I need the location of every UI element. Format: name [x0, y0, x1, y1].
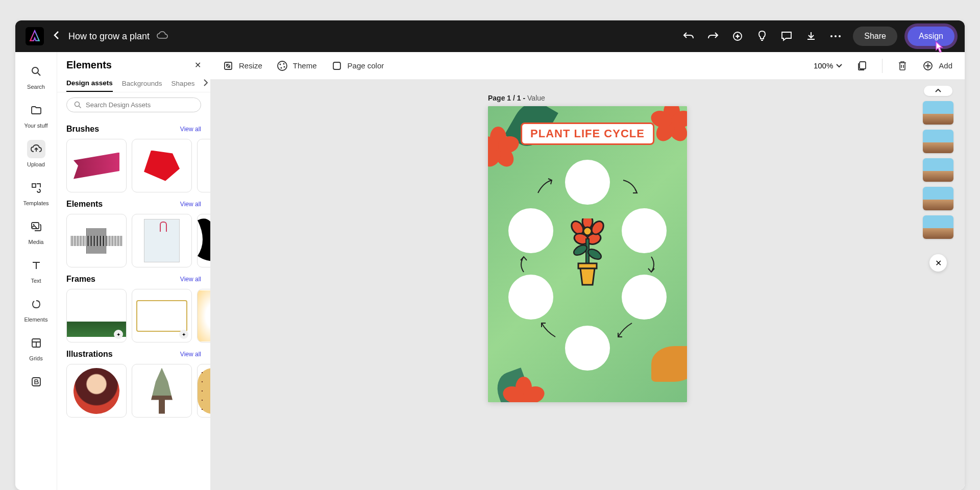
rail-brands[interactable]	[15, 372, 57, 392]
redo-button[interactable]	[706, 29, 720, 43]
svg-rect-5	[32, 184, 36, 187]
rail-text[interactable]: Text	[15, 255, 57, 285]
element-thumb[interactable]	[197, 214, 210, 267]
svg-point-7	[33, 224, 34, 226]
svg-point-26	[583, 227, 592, 235]
svg-point-2	[835, 35, 837, 37]
flower-pot-illustration[interactable]	[567, 218, 608, 290]
zoom-dropdown[interactable]: 100%	[814, 61, 842, 70]
theme-button[interactable]: Theme	[277, 60, 317, 71]
svg-point-14	[283, 63, 284, 64]
page-thumbnail[interactable]	[923, 101, 953, 125]
svg-point-1	[830, 35, 832, 37]
svg-rect-6	[32, 223, 39, 229]
hint-icon[interactable]	[755, 29, 769, 43]
page-thumbnail[interactable]	[923, 158, 953, 182]
search-design-assets[interactable]	[66, 97, 201, 112]
topbar-actions: Share Assign	[681, 27, 954, 46]
rail-templates[interactable]: Templates	[15, 178, 57, 207]
app-logo[interactable]	[26, 27, 44, 45]
panel-title: Elements	[66, 59, 112, 71]
assign-button[interactable]: Assign	[908, 27, 954, 46]
section-illustrations-title: Illustrations	[66, 350, 113, 359]
canvas-area[interactable]: Page 1 / 1 - Value PLANT LIFE CYCLE	[210, 80, 965, 490]
artboard[interactable]: PLANT LIFE CYCLE	[488, 106, 687, 402]
search-input[interactable]	[86, 101, 193, 109]
animated-badge-icon: ✦	[179, 330, 188, 339]
view-all-illustrations[interactable]: View all	[180, 351, 201, 358]
page-thumbnail[interactable]	[923, 187, 953, 210]
svg-point-13	[279, 63, 281, 65]
frame-thumb[interactable]: ✦	[66, 289, 127, 342]
rail-media[interactable]: Media	[15, 216, 57, 246]
animated-badge-icon: ✦	[114, 330, 123, 339]
svg-point-10	[75, 102, 80, 107]
illustration-thumb[interactable]	[132, 364, 192, 418]
rail-search[interactable]: Search	[15, 61, 57, 91]
left-rail: Search Your stuff Upload Templates Media…	[15, 52, 57, 490]
more-icon[interactable]	[828, 29, 843, 43]
svg-rect-18	[860, 62, 866, 69]
illustration-thumb[interactable]	[197, 364, 210, 418]
app-shell: How to grow a plant Share Assign Search …	[15, 20, 965, 490]
svg-rect-17	[333, 62, 340, 69]
tabs-scroll-right[interactable]	[204, 79, 208, 88]
rail-grids[interactable]: Grids	[15, 333, 57, 362]
element-thumb[interactable]	[66, 214, 127, 267]
add-page-button[interactable]: Add	[922, 60, 952, 71]
brush-thumb[interactable]	[132, 139, 192, 192]
collapse-thumbnails-button[interactable]	[924, 86, 952, 96]
tab-shapes[interactable]: Shapes	[172, 76, 195, 91]
svg-point-16	[280, 67, 282, 68]
brush-thumb[interactable]	[197, 139, 210, 192]
frame-thumb[interactable]	[197, 289, 210, 342]
rail-your-stuff[interactable]: Your stuff	[15, 100, 57, 130]
artboard-title[interactable]: PLANT LIFE CYCLE	[521, 122, 654, 145]
illustration-thumb[interactable]	[66, 364, 127, 418]
share-button[interactable]: Share	[853, 27, 897, 46]
back-button[interactable]	[53, 30, 59, 43]
download-icon[interactable]	[804, 29, 818, 43]
svg-point-12	[278, 61, 287, 70]
view-all-frames[interactable]: View all	[180, 276, 201, 283]
panel-close-button[interactable]: ✕	[194, 60, 201, 70]
frame-thumb[interactable]: ✦	[132, 289, 192, 342]
main-area: Search Your stuff Upload Templates Media…	[15, 52, 965, 490]
delete-icon[interactable]	[897, 60, 908, 71]
cursor-pointer-icon	[932, 41, 945, 54]
tab-design-assets[interactable]: Design assets	[66, 75, 113, 92]
page-label: Page 1 / 1 - Value	[488, 94, 545, 102]
pages-icon[interactable]	[856, 60, 868, 71]
resize-button[interactable]: Resize	[223, 60, 262, 71]
elements-panel: Elements ✕ Design assets Backgrounds Sha…	[57, 52, 210, 490]
page-thumbnail-strip: ✕	[918, 80, 959, 490]
ai-icon[interactable]	[730, 29, 745, 43]
svg-point-4	[32, 67, 38, 74]
rail-upload[interactable]: Upload	[15, 139, 57, 168]
canvas-toolbar: Resize Theme Page color 100% Add	[210, 52, 965, 80]
search-icon	[74, 101, 82, 109]
comment-icon[interactable]	[779, 29, 794, 43]
panel-tabs: Design assets Backgrounds Shapes	[57, 75, 210, 92]
section-brushes-title: Brushes	[66, 125, 99, 134]
element-thumb[interactable]	[132, 214, 192, 267]
undo-button[interactable]	[681, 29, 696, 43]
view-all-elements[interactable]: View all	[180, 201, 201, 208]
svg-point-3	[839, 35, 841, 37]
rail-elements[interactable]: Elements	[15, 294, 57, 324]
page-thumbnail[interactable]	[923, 215, 953, 239]
view-all-brushes[interactable]: View all	[180, 126, 201, 133]
document-title[interactable]: How to grow a plant	[68, 31, 150, 42]
close-thumbnails-button[interactable]: ✕	[929, 254, 947, 272]
section-elements-title: Elements	[66, 200, 103, 209]
chevron-down-icon	[836, 64, 842, 68]
section-frames-title: Frames	[66, 275, 95, 284]
topbar: How to grow a plant Share Assign	[15, 20, 965, 52]
page-color-button[interactable]: Page color	[331, 60, 384, 71]
editor-center: Resize Theme Page color 100% Add Page 1 …	[210, 52, 965, 490]
cloud-sync-icon[interactable]	[157, 31, 168, 42]
svg-point-15	[283, 66, 285, 67]
tab-backgrounds[interactable]: Backgrounds	[122, 76, 162, 91]
page-thumbnail[interactable]	[923, 130, 953, 153]
brush-thumb[interactable]	[66, 139, 127, 192]
